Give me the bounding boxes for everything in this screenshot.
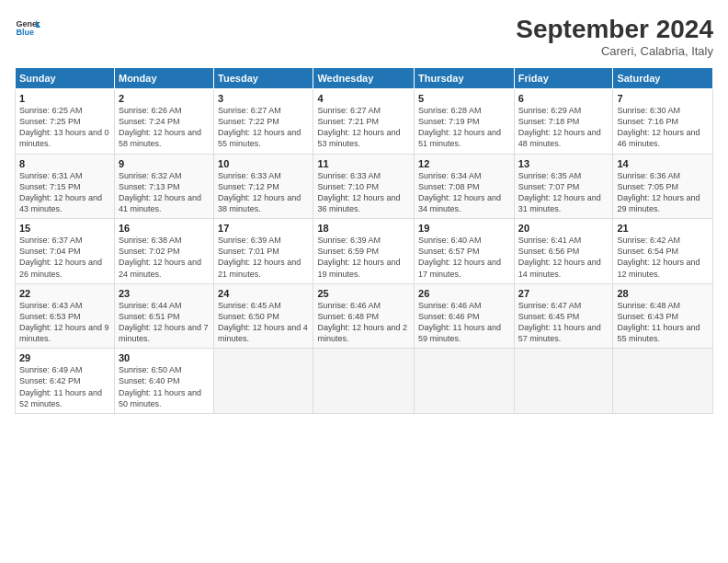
day-info: Sunrise: 6:44 AMSunset: 6:51 PMDaylight:… bbox=[119, 300, 210, 345]
calendar-cell-16: 16Sunrise: 6:38 AMSunset: 7:02 PMDayligh… bbox=[114, 219, 213, 284]
day-number: 11 bbox=[317, 158, 410, 169]
day-number: 23 bbox=[119, 288, 210, 299]
calendar-cell-24: 24Sunrise: 6:45 AMSunset: 6:50 PMDayligh… bbox=[214, 283, 313, 349]
day-info: Sunrise: 6:34 AMSunset: 7:08 PMDaylight:… bbox=[418, 170, 510, 215]
day-info: Sunrise: 6:31 AMSunset: 7:15 PMDaylight:… bbox=[19, 170, 110, 215]
page: General Blue September 2024 Careri, Cala… bbox=[0, 0, 728, 423]
day-number: 8 bbox=[19, 158, 110, 169]
day-number: 15 bbox=[19, 223, 110, 234]
day-number: 18 bbox=[317, 223, 410, 234]
calendar-cell-35 bbox=[613, 349, 713, 414]
day-info: Sunrise: 6:32 AMSunset: 7:13 PMDaylight:… bbox=[119, 170, 210, 215]
day-number: 7 bbox=[617, 93, 709, 104]
calendar-cell-31 bbox=[214, 349, 313, 414]
day-info: Sunrise: 6:28 AMSunset: 7:19 PMDaylight:… bbox=[418, 105, 510, 150]
calendar-cell-12: 12Sunrise: 6:34 AMSunset: 7:08 PMDayligh… bbox=[415, 154, 515, 219]
week-row-4: 22Sunrise: 6:43 AMSunset: 6:53 PMDayligh… bbox=[16, 283, 713, 349]
calendar-cell-32 bbox=[313, 349, 415, 414]
day-info: Sunrise: 6:43 AMSunset: 6:53 PMDaylight:… bbox=[19, 300, 110, 345]
day-info: Sunrise: 6:26 AMSunset: 7:24 PMDaylight:… bbox=[119, 105, 210, 150]
calendar-cell-26: 26Sunrise: 6:46 AMSunset: 6:46 PMDayligh… bbox=[415, 283, 515, 349]
calendar: Sunday Monday Tuesday Wednesday Thursday… bbox=[15, 67, 713, 414]
day-number: 20 bbox=[518, 223, 609, 234]
day-info: Sunrise: 6:46 AMSunset: 6:48 PMDaylight:… bbox=[317, 300, 410, 345]
day-info: Sunrise: 6:27 AMSunset: 7:21 PMDaylight:… bbox=[317, 105, 410, 150]
calendar-cell-15: 15Sunrise: 6:37 AMSunset: 7:04 PMDayligh… bbox=[16, 219, 115, 284]
day-number: 28 bbox=[617, 288, 709, 299]
day-number: 12 bbox=[418, 158, 510, 169]
week-row-5: 29Sunrise: 6:49 AMSunset: 6:42 PMDayligh… bbox=[16, 349, 713, 414]
calendar-cell-10: 10Sunrise: 6:33 AMSunset: 7:12 PMDayligh… bbox=[214, 154, 313, 219]
day-info: Sunrise: 6:39 AMSunset: 7:01 PMDaylight:… bbox=[218, 235, 309, 280]
header-thursday: Thursday bbox=[415, 68, 515, 89]
calendar-cell-25: 25Sunrise: 6:46 AMSunset: 6:48 PMDayligh… bbox=[313, 283, 415, 349]
day-number: 1 bbox=[19, 93, 110, 104]
week-row-2: 8Sunrise: 6:31 AMSunset: 7:15 PMDaylight… bbox=[16, 154, 713, 219]
day-number: 14 bbox=[617, 158, 709, 169]
day-number: 2 bbox=[119, 93, 210, 104]
day-info: Sunrise: 6:41 AMSunset: 6:56 PMDaylight:… bbox=[518, 235, 609, 280]
day-info: Sunrise: 6:39 AMSunset: 6:59 PMDaylight:… bbox=[317, 235, 410, 280]
calendar-cell-1: 1Sunrise: 6:25 AMSunset: 7:25 PMDaylight… bbox=[16, 89, 115, 155]
day-number: 9 bbox=[119, 158, 210, 169]
day-info: Sunrise: 6:47 AMSunset: 6:45 PMDaylight:… bbox=[518, 300, 609, 345]
day-info: Sunrise: 6:50 AMSunset: 6:40 PMDaylight:… bbox=[119, 364, 210, 409]
day-number: 5 bbox=[418, 93, 510, 104]
day-number: 22 bbox=[19, 288, 110, 299]
calendar-cell-21: 21Sunrise: 6:42 AMSunset: 6:54 PMDayligh… bbox=[613, 219, 713, 284]
day-info: Sunrise: 6:36 AMSunset: 7:05 PMDaylight:… bbox=[617, 170, 709, 215]
day-number: 29 bbox=[19, 352, 110, 363]
day-info: Sunrise: 6:40 AMSunset: 6:57 PMDaylight:… bbox=[418, 235, 510, 280]
day-info: Sunrise: 6:30 AMSunset: 7:16 PMDaylight:… bbox=[617, 105, 709, 150]
day-info: Sunrise: 6:49 AMSunset: 6:42 PMDaylight:… bbox=[19, 364, 110, 409]
calendar-cell-30: 30Sunrise: 6:50 AMSunset: 6:40 PMDayligh… bbox=[114, 349, 213, 414]
day-info: Sunrise: 6:45 AMSunset: 6:50 PMDaylight:… bbox=[218, 300, 309, 345]
month-title: September 2024 bbox=[516, 15, 713, 44]
day-info: Sunrise: 6:35 AMSunset: 7:07 PMDaylight:… bbox=[518, 170, 609, 215]
calendar-cell-13: 13Sunrise: 6:35 AMSunset: 7:07 PMDayligh… bbox=[514, 154, 613, 219]
day-info: Sunrise: 6:48 AMSunset: 6:43 PMDaylight:… bbox=[617, 300, 709, 345]
header-saturday: Saturday bbox=[613, 68, 713, 89]
day-number: 4 bbox=[317, 93, 410, 104]
day-number: 30 bbox=[119, 352, 210, 363]
calendar-cell-2: 2Sunrise: 6:26 AMSunset: 7:24 PMDaylight… bbox=[114, 89, 213, 155]
calendar-cell-28: 28Sunrise: 6:48 AMSunset: 6:43 PMDayligh… bbox=[613, 283, 713, 349]
calendar-cell-23: 23Sunrise: 6:44 AMSunset: 6:51 PMDayligh… bbox=[114, 283, 213, 349]
calendar-cell-19: 19Sunrise: 6:40 AMSunset: 6:57 PMDayligh… bbox=[415, 219, 515, 284]
calendar-cell-6: 6Sunrise: 6:29 AMSunset: 7:18 PMDaylight… bbox=[514, 89, 613, 155]
calendar-cell-8: 8Sunrise: 6:31 AMSunset: 7:15 PMDaylight… bbox=[16, 154, 115, 219]
calendar-cell-20: 20Sunrise: 6:41 AMSunset: 6:56 PMDayligh… bbox=[514, 219, 613, 284]
calendar-cell-27: 27Sunrise: 6:47 AMSunset: 6:45 PMDayligh… bbox=[514, 283, 613, 349]
day-number: 24 bbox=[218, 288, 309, 299]
day-info: Sunrise: 6:37 AMSunset: 7:04 PMDaylight:… bbox=[19, 235, 110, 280]
day-number: 3 bbox=[218, 93, 309, 104]
calendar-cell-22: 22Sunrise: 6:43 AMSunset: 6:53 PMDayligh… bbox=[16, 283, 115, 349]
weekday-header-row: Sunday Monday Tuesday Wednesday Thursday… bbox=[16, 68, 713, 89]
day-info: Sunrise: 6:29 AMSunset: 7:18 PMDaylight:… bbox=[518, 105, 609, 150]
day-number: 6 bbox=[518, 93, 609, 104]
calendar-cell-29: 29Sunrise: 6:49 AMSunset: 6:42 PMDayligh… bbox=[16, 349, 115, 414]
logo-icon: General Blue bbox=[15, 15, 40, 40]
calendar-cell-11: 11Sunrise: 6:33 AMSunset: 7:10 PMDayligh… bbox=[313, 154, 415, 219]
calendar-cell-18: 18Sunrise: 6:39 AMSunset: 6:59 PMDayligh… bbox=[313, 219, 415, 284]
calendar-cell-17: 17Sunrise: 6:39 AMSunset: 7:01 PMDayligh… bbox=[214, 219, 313, 284]
day-info: Sunrise: 6:27 AMSunset: 7:22 PMDaylight:… bbox=[218, 105, 309, 150]
subtitle: Careri, Calabria, Italy bbox=[516, 44, 713, 58]
header-friday: Friday bbox=[514, 68, 613, 89]
week-row-3: 15Sunrise: 6:37 AMSunset: 7:04 PMDayligh… bbox=[16, 219, 713, 284]
day-number: 16 bbox=[119, 223, 210, 234]
day-info: Sunrise: 6:25 AMSunset: 7:25 PMDaylight:… bbox=[19, 105, 110, 150]
day-number: 13 bbox=[518, 158, 609, 169]
day-number: 26 bbox=[418, 288, 510, 299]
calendar-cell-3: 3Sunrise: 6:27 AMSunset: 7:22 PMDaylight… bbox=[214, 89, 313, 155]
day-number: 25 bbox=[317, 288, 410, 299]
day-info: Sunrise: 6:46 AMSunset: 6:46 PMDaylight:… bbox=[418, 300, 510, 345]
day-number: 17 bbox=[218, 223, 309, 234]
day-info: Sunrise: 6:42 AMSunset: 6:54 PMDaylight:… bbox=[617, 235, 709, 280]
day-number: 27 bbox=[518, 288, 609, 299]
logo: General Blue bbox=[15, 15, 40, 40]
header-sunday: Sunday bbox=[16, 68, 115, 89]
week-row-1: 1Sunrise: 6:25 AMSunset: 7:25 PMDaylight… bbox=[16, 89, 713, 155]
day-number: 21 bbox=[617, 223, 709, 234]
calendar-cell-7: 7Sunrise: 6:30 AMSunset: 7:16 PMDaylight… bbox=[613, 89, 713, 155]
